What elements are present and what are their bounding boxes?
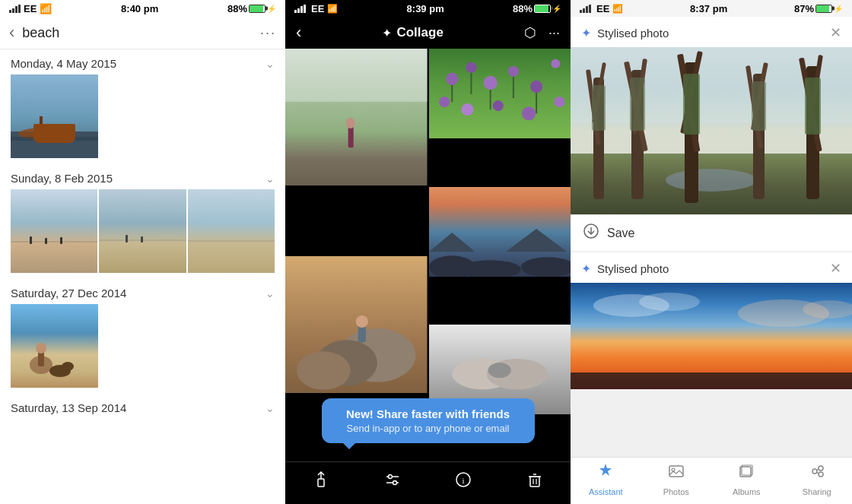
save-row[interactable]: Save bbox=[571, 214, 852, 251]
nav-label-photos: Photos bbox=[663, 487, 689, 496]
svg-rect-87 bbox=[683, 74, 700, 135]
svg-point-31 bbox=[356, 315, 368, 327]
svg-rect-79 bbox=[592, 85, 606, 131]
thumb-feb-1[interactable] bbox=[11, 189, 97, 273]
nav-photos[interactable]: Photos bbox=[641, 462, 712, 496]
svg-rect-7 bbox=[30, 236, 32, 244]
svg-rect-13 bbox=[141, 236, 143, 242]
svg-rect-8 bbox=[45, 238, 47, 244]
date-label-dec: Saturday, 27 Dec 2014 bbox=[11, 287, 126, 300]
svg-text:i: i bbox=[463, 476, 465, 485]
card-stylised-forest: ✦ Stylised photo ✕ bbox=[571, 17, 852, 251]
svg-point-108 bbox=[812, 469, 817, 474]
svg-rect-15 bbox=[188, 240, 275, 242]
share-button[interactable] bbox=[313, 471, 329, 492]
sunset-image[interactable] bbox=[571, 283, 852, 389]
close-button-card2[interactable]: ✕ bbox=[830, 260, 841, 277]
photo-scroll[interactable]: Monday, 4 May 2015 ⌄ bbox=[0, 49, 285, 504]
bar3-3 bbox=[586, 6, 588, 13]
tooltip-title: New! Share faster with friends bbox=[335, 407, 521, 420]
nav-label-assistant: Assistant bbox=[589, 487, 623, 496]
svg-point-21 bbox=[62, 362, 74, 371]
more-button-1[interactable]: ··· bbox=[260, 25, 276, 41]
more-button-2[interactable]: ··· bbox=[548, 25, 560, 41]
thumb-feb-2[interactable] bbox=[99, 189, 186, 273]
svg-rect-91 bbox=[752, 81, 766, 131]
nav-albums[interactable]: Albums bbox=[711, 462, 782, 496]
svg-point-75 bbox=[666, 169, 757, 192]
search-bar: ‹ ··· bbox=[0, 17, 285, 49]
svg-point-109 bbox=[819, 466, 823, 471]
chevron-feb[interactable]: ⌄ bbox=[265, 173, 275, 185]
svg-point-64 bbox=[393, 481, 396, 485]
svg-point-100 bbox=[639, 293, 700, 311]
nav-sharing[interactable]: Sharing bbox=[782, 462, 853, 496]
time-label-3: 8:37 pm bbox=[690, 3, 727, 14]
sliders-button[interactable] bbox=[384, 471, 401, 492]
svg-point-40 bbox=[461, 103, 473, 116]
svg-rect-103 bbox=[571, 372, 852, 389]
bar1 bbox=[9, 10, 11, 13]
close-button-card1[interactable]: ✕ bbox=[830, 24, 841, 41]
sparkle-icon-card1: ✦ bbox=[581, 26, 591, 40]
sparkle-icon-card2: ✦ bbox=[581, 262, 591, 276]
collage-cell-flowers[interactable] bbox=[429, 49, 571, 185]
battery-bar-2 bbox=[534, 5, 551, 13]
svg-rect-95 bbox=[805, 78, 821, 135]
info-button[interactable]: i bbox=[455, 471, 472, 492]
card-title-2: Stylised photo bbox=[597, 262, 669, 275]
status-bar-2: EE 📶 8:39 pm 88% ⚡ bbox=[285, 0, 571, 17]
search-input[interactable] bbox=[22, 25, 253, 41]
svg-point-35 bbox=[483, 76, 497, 90]
battery-bar-3 bbox=[815, 5, 832, 13]
card-header-2: ✦ Stylised photo ✕ bbox=[571, 252, 852, 283]
battery-fill-1 bbox=[250, 5, 263, 12]
chevron-dec[interactable]: ⌄ bbox=[265, 287, 275, 300]
svg-point-33 bbox=[446, 73, 458, 85]
share-tooltip: New! Share faster with friends Send in-a… bbox=[322, 398, 535, 443]
carrier-label-2: EE bbox=[311, 3, 324, 14]
svg-rect-32 bbox=[429, 49, 571, 138]
thumb-feb-3[interactable] bbox=[188, 189, 275, 273]
collage-cell-field[interactable] bbox=[285, 49, 428, 255]
assistant-content[interactable]: ✦ Stylised photo ✕ bbox=[571, 17, 852, 457]
svg-rect-5 bbox=[11, 189, 97, 273]
svg-rect-3 bbox=[40, 116, 43, 135]
section-header-dec: Saturday, 27 Dec 2014 ⌄ bbox=[0, 279, 285, 304]
time-label-1: 8:40 pm bbox=[121, 3, 158, 14]
collage-cell-sunset[interactable] bbox=[429, 187, 571, 324]
bar2-3 bbox=[300, 6, 303, 13]
nav-label-albums: Albums bbox=[733, 487, 761, 496]
card-stylised-sunset: ✦ Stylised photo ✕ bbox=[571, 252, 852, 389]
thumb-dec-1[interactable] bbox=[11, 304, 98, 388]
svg-rect-104 bbox=[669, 466, 683, 477]
bar3 bbox=[15, 6, 17, 13]
wifi-icon-3: 📶 bbox=[612, 4, 623, 14]
forest-image[interactable] bbox=[571, 47, 852, 214]
status-bar-3: EE 📶 8:37 pm 87% ⚡ bbox=[571, 0, 852, 17]
svg-point-34 bbox=[466, 62, 476, 73]
chevron-sep[interactable]: ⌄ bbox=[265, 402, 275, 414]
save-icon bbox=[583, 223, 599, 243]
bar2-1 bbox=[294, 10, 297, 13]
battery-pct-3: 87% bbox=[794, 3, 814, 14]
battery-bar-1 bbox=[249, 5, 265, 13]
back-button-2[interactable]: ‹ bbox=[296, 23, 301, 43]
collage-title: Collage bbox=[396, 25, 443, 40]
delete-button[interactable] bbox=[526, 471, 543, 492]
svg-point-42 bbox=[521, 106, 535, 120]
svg-rect-6 bbox=[11, 241, 97, 242]
save-label: Save bbox=[607, 227, 634, 240]
search-input-box[interactable] bbox=[22, 25, 253, 41]
battery-2: 88% ⚡ bbox=[513, 3, 561, 14]
chevron-may[interactable]: ⌄ bbox=[265, 58, 275, 70]
bar3-1 bbox=[580, 10, 582, 13]
signal-bars-1 bbox=[9, 5, 21, 13]
svg-rect-14 bbox=[188, 189, 275, 273]
cast-icon[interactable]: ⬡ bbox=[524, 24, 536, 41]
photo-thumb-boat[interactable] bbox=[11, 74, 98, 158]
bar3-2 bbox=[583, 8, 585, 13]
back-button-1[interactable]: ‹ bbox=[9, 23, 14, 43]
svg-point-63 bbox=[388, 475, 392, 479]
nav-assistant[interactable]: Assistant bbox=[571, 462, 641, 496]
